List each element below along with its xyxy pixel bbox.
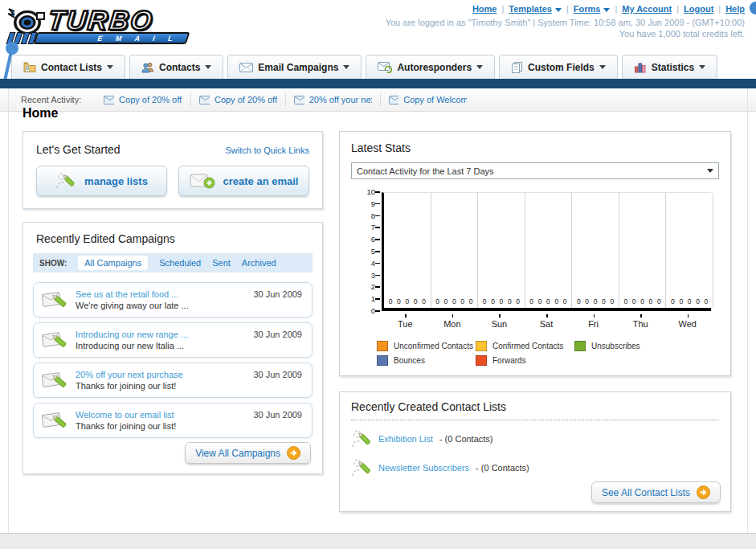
- y-axis-tick: [375, 263, 380, 264]
- bar-value: 0: [529, 297, 533, 305]
- bar-value: 0: [469, 297, 473, 305]
- tab-email-campaigns[interactable]: Email Campaigns: [227, 55, 362, 79]
- contact-list-link[interactable]: Exhibition List: [378, 434, 433, 444]
- header-link-templates[interactable]: Templates: [509, 4, 552, 14]
- bar-value: 0: [389, 297, 393, 305]
- tab-custom-fields[interactable]: Custom Fields: [499, 55, 618, 79]
- contact-list-link[interactable]: Newsletter Subscribers: [378, 463, 469, 473]
- y-axis-tick: [375, 310, 380, 312]
- bar-value: 0: [435, 297, 439, 305]
- envelope-icon: [199, 96, 210, 104]
- separator: |: [566, 4, 569, 14]
- filter-all-campaigns[interactable]: All Campaigns: [78, 256, 148, 270]
- header-links: Home|Templates|Forms|My Account|Logout|H…: [472, 4, 745, 14]
- x-axis-day-label: Sun: [492, 319, 508, 329]
- bar-value: 0: [460, 297, 464, 305]
- contact-list-items: Exhibition List - (0 Contacts)Newsletter…: [351, 428, 719, 478]
- y-axis-tick: [375, 286, 380, 288]
- chart-day-group: 00000: [431, 193, 479, 308]
- tab-contact-lists[interactable]: Contact Lists: [11, 55, 125, 79]
- view-all-campaigns-label: View All Campaigns: [195, 448, 280, 459]
- see-all-contact-lists-label: See All Contact Lists: [602, 487, 690, 498]
- bar-value-labels: 00000: [478, 297, 525, 305]
- header-link-logout[interactable]: Logout: [684, 4, 713, 14]
- recent-activity-item[interactable]: Copy of 20% off yc: [190, 92, 285, 107]
- stats-period-select[interactable]: Contact Activity for the Last 7 Days: [351, 162, 719, 179]
- manage-lists-button[interactable]: manage lists: [36, 166, 167, 196]
- x-axis-day-label: Mon: [443, 319, 460, 329]
- arrow-right-icon: [287, 446, 300, 460]
- bar-value: 0: [610, 297, 614, 305]
- create-email-button[interactable]: create an email: [178, 166, 309, 196]
- create-email-label: create an email: [223, 175, 299, 187]
- y-axis-tick: [375, 298, 380, 300]
- chart-plot-area: 00000000000000000000000000000000000: [382, 192, 711, 311]
- get-started-title: Let's Get Started: [36, 143, 121, 156]
- tab-statistics[interactable]: Statistics: [622, 55, 717, 79]
- bar-value: 0: [671, 297, 675, 305]
- y-axis-tick-label: 8: [354, 211, 375, 220]
- campaign-row[interactable]: 20% off your next purchaseThanks for joi…: [33, 363, 313, 398]
- contact-list-detail: - (0 Contacts): [439, 434, 493, 444]
- bar-value-labels: 00000: [384, 297, 431, 305]
- x-axis-tick: [452, 314, 454, 318]
- latest-stats-panel: Latest Stats Contact Activity for the La…: [339, 131, 731, 376]
- legend-item: Forwards: [476, 355, 574, 366]
- recent-activity-item[interactable]: 20% off your next p: [285, 92, 380, 107]
- caret-down-icon: [603, 8, 610, 12]
- chart-day-group: 00000: [478, 193, 525, 308]
- bar-value: 0: [632, 297, 636, 305]
- campaign-subtitle: Thanks for joining our list!: [76, 420, 304, 432]
- tab-autoresponders[interactable]: Autoresponders: [366, 55, 495, 79]
- x-axis-tick: [499, 314, 501, 318]
- filter-scheduled[interactable]: Scheduled: [159, 258, 201, 268]
- bar-value-labels: 00000: [525, 297, 572, 305]
- bar-value: 0: [688, 297, 692, 305]
- campaign-row[interactable]: Welcome to our email listThanks for join…: [33, 403, 313, 438]
- campaign-filter-bar: SHOW: All CampaignsScheduledSentArchived: [33, 253, 313, 272]
- x-axis-tick: [688, 314, 689, 318]
- bar-value: 0: [483, 297, 487, 305]
- legend-swatch: [476, 341, 487, 351]
- y-axis-tick-label: 10: [354, 187, 375, 196]
- header-link-help[interactable]: Help: [725, 4, 745, 14]
- y-axis-tick: [375, 239, 380, 240]
- separator: |: [615, 4, 617, 14]
- bar-value: 0: [649, 297, 653, 305]
- tab-contacts[interactable]: Contacts: [129, 55, 223, 79]
- turbo-email-logo: TURBO E M A I L: [6, 3, 199, 50]
- x-axis-tick: [594, 314, 595, 318]
- bar-chart-icon: [634, 61, 647, 73]
- header-link-my-account[interactable]: My Account: [622, 4, 672, 14]
- view-all-campaigns-button[interactable]: View All Campaigns: [185, 442, 311, 464]
- help-bubble-icon: [750, 2, 756, 14]
- filter-archived[interactable]: Archived: [242, 258, 276, 268]
- header-link-home[interactable]: Home: [472, 4, 497, 14]
- switch-quick-links-link[interactable]: Switch to Quick Links: [225, 145, 309, 155]
- dotted-divider: [351, 420, 719, 420]
- recent-activity-item[interactable]: Copy of 20% off yc: [96, 92, 190, 107]
- caret-down-icon: [343, 65, 349, 69]
- turbo-email-dashboard: TURBO E M A I L Home|Templates|Forms|My …: [0, 0, 756, 549]
- bar-value: 0: [696, 297, 700, 305]
- x-axis-day-label: Wed: [678, 319, 696, 329]
- see-all-contact-lists-button[interactable]: See All Contact Lists: [591, 481, 721, 503]
- caret-down-icon: [599, 65, 606, 69]
- logo-email-bar: E M A I L: [34, 32, 190, 44]
- caret-down-icon: [699, 65, 705, 69]
- navy-divider-bar: [0, 79, 756, 88]
- header-link-forms[interactable]: Forms: [574, 4, 601, 14]
- content-right-border: [747, 88, 748, 533]
- bar-value: 0: [491, 297, 495, 305]
- campaign-row[interactable]: See us at the retail food ...We're givin…: [33, 282, 313, 318]
- legend-label: Bounces: [394, 356, 425, 365]
- y-axis-tick: [375, 227, 380, 228]
- filter-sent[interactable]: Sent: [212, 258, 231, 268]
- campaign-row[interactable]: Introducing our new range ...Introducing…: [33, 322, 313, 358]
- pages-icon: [511, 61, 523, 74]
- recent-activity-item[interactable]: Copy of Welcome to: [380, 92, 475, 107]
- content-left-border: [8, 88, 9, 533]
- envelope-pencil-icon: [42, 289, 67, 311]
- get-started-panel: Let's Get Started Switch to Quick Links …: [22, 131, 323, 209]
- credits-info: You have 1,000 total credits left.: [619, 29, 745, 39]
